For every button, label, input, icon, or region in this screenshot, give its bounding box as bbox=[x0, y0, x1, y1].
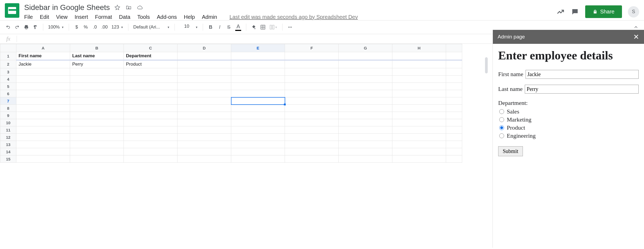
cell-B12[interactable] bbox=[70, 134, 124, 141]
column-header-H[interactable]: H bbox=[392, 44, 446, 52]
cell-A3[interactable] bbox=[16, 68, 70, 76]
trend-icon[interactable] bbox=[556, 8, 565, 16]
cell-H14[interactable] bbox=[392, 148, 446, 155]
cell-H8[interactable] bbox=[392, 105, 446, 112]
cell-D2[interactable] bbox=[178, 60, 231, 68]
font-size-select[interactable]: 10▼ bbox=[178, 22, 200, 32]
cell-E2[interactable] bbox=[231, 60, 285, 68]
row-header-13[interactable]: 13 bbox=[0, 141, 16, 148]
cell-A9[interactable] bbox=[16, 112, 70, 119]
cell-G13[interactable] bbox=[339, 141, 392, 148]
cell-C9[interactable] bbox=[124, 112, 178, 119]
cell-A11[interactable] bbox=[16, 126, 70, 134]
cell-G3[interactable] bbox=[339, 68, 392, 76]
redo-button[interactable] bbox=[13, 22, 21, 32]
document-title[interactable]: Sidebar in Google Sheets bbox=[24, 3, 110, 12]
cell-D15[interactable] bbox=[178, 155, 231, 163]
cell-H15[interactable] bbox=[392, 155, 446, 163]
cell-B4[interactable] bbox=[70, 76, 124, 83]
cell-E7[interactable] bbox=[231, 97, 285, 105]
percent-button[interactable]: % bbox=[81, 22, 90, 32]
cell-C4[interactable] bbox=[124, 76, 178, 83]
cell-B2[interactable]: Perry bbox=[70, 60, 124, 68]
cell-H9[interactable] bbox=[392, 112, 446, 119]
cell-H11[interactable] bbox=[392, 126, 446, 134]
cell-H3[interactable] bbox=[392, 68, 446, 76]
cell-F1[interactable] bbox=[285, 52, 339, 60]
department-radio-product[interactable] bbox=[499, 125, 504, 130]
cell-D10[interactable] bbox=[178, 119, 231, 126]
cell-C12[interactable] bbox=[124, 134, 178, 141]
department-radio-sales[interactable] bbox=[499, 109, 504, 114]
cell-A10[interactable] bbox=[16, 119, 70, 126]
row-header-5[interactable]: 5 bbox=[0, 83, 16, 90]
cell-B1[interactable]: Last name bbox=[70, 52, 124, 60]
cell-G10[interactable] bbox=[339, 119, 392, 126]
cell-B9[interactable] bbox=[70, 112, 124, 119]
cell-E15[interactable] bbox=[231, 155, 285, 163]
cell-C15[interactable] bbox=[124, 155, 178, 163]
cell-E12[interactable] bbox=[231, 134, 285, 141]
menu-addons[interactable]: Add-ons bbox=[157, 14, 177, 20]
cell-E3[interactable] bbox=[231, 68, 285, 76]
merge-cells-button[interactable]: ▼ bbox=[268, 22, 279, 32]
row-header-14[interactable]: 14 bbox=[0, 148, 16, 155]
menu-file[interactable]: File bbox=[24, 14, 33, 20]
cell-C10[interactable] bbox=[124, 119, 178, 126]
row-header-12[interactable]: 12 bbox=[0, 134, 16, 141]
print-button[interactable] bbox=[22, 22, 31, 32]
cell-A4[interactable] bbox=[16, 76, 70, 83]
cell-G12[interactable] bbox=[339, 134, 392, 141]
sidebar-close-button[interactable]: ✕ bbox=[633, 33, 639, 41]
cell-G9[interactable] bbox=[339, 112, 392, 119]
cell-E9[interactable] bbox=[231, 112, 285, 119]
cell-G6[interactable] bbox=[339, 90, 392, 97]
cell-C14[interactable] bbox=[124, 148, 178, 155]
cell-H12[interactable] bbox=[392, 134, 446, 141]
cell-C8[interactable] bbox=[124, 105, 178, 112]
department-option-marketing[interactable]: Marketing bbox=[499, 116, 639, 123]
cell-A7[interactable] bbox=[16, 97, 70, 105]
department-option-product[interactable]: Product bbox=[499, 124, 639, 131]
cell-F13[interactable] bbox=[285, 141, 339, 148]
cell-D11[interactable] bbox=[178, 126, 231, 134]
cell-E6[interactable] bbox=[231, 90, 285, 97]
cell-F11[interactable] bbox=[285, 126, 339, 134]
row-header-8[interactable]: 8 bbox=[0, 105, 16, 112]
paint-format-button[interactable] bbox=[31, 22, 40, 32]
row-header-10[interactable]: 10 bbox=[0, 119, 16, 126]
cell-G11[interactable] bbox=[339, 126, 392, 134]
row-header-4[interactable]: 4 bbox=[0, 76, 16, 83]
cell-F15[interactable] bbox=[285, 155, 339, 163]
comments-icon[interactable] bbox=[571, 8, 579, 16]
cell-C7[interactable] bbox=[124, 97, 178, 105]
column-header-A[interactable]: A bbox=[16, 44, 70, 52]
more-tools-button[interactable] bbox=[286, 22, 294, 32]
cell-A1[interactable]: First name bbox=[16, 52, 70, 60]
cell-B3[interactable] bbox=[70, 68, 124, 76]
cell-H4[interactable] bbox=[392, 76, 446, 83]
cell-D5[interactable] bbox=[178, 83, 231, 90]
cell-C2[interactable]: Product bbox=[124, 60, 178, 68]
cell-F3[interactable] bbox=[285, 68, 339, 76]
cell-C13[interactable] bbox=[124, 141, 178, 148]
cell-H6[interactable] bbox=[392, 90, 446, 97]
row-header-2[interactable]: 2 bbox=[0, 60, 16, 68]
spreadsheet-grid[interactable]: ABCDEFGH1First nameLast nameDepartment2J… bbox=[0, 44, 462, 163]
cell-A12[interactable] bbox=[16, 134, 70, 141]
cell-A5[interactable] bbox=[16, 83, 70, 90]
column-header-G[interactable]: G bbox=[339, 44, 392, 52]
last-name-input[interactable] bbox=[525, 85, 639, 94]
cell-B8[interactable] bbox=[70, 105, 124, 112]
cell-H5[interactable] bbox=[392, 83, 446, 90]
cell-H1[interactable] bbox=[392, 52, 446, 60]
cell-G15[interactable] bbox=[339, 155, 392, 163]
cell-C3[interactable] bbox=[124, 68, 178, 76]
cell-E4[interactable] bbox=[231, 76, 285, 83]
cell-E5[interactable] bbox=[231, 83, 285, 90]
cell-G1[interactable] bbox=[339, 52, 392, 60]
column-header-D[interactable]: D bbox=[178, 44, 231, 52]
menu-edit[interactable]: Edit bbox=[40, 14, 49, 20]
menu-data[interactable]: Data bbox=[119, 14, 130, 20]
bold-button[interactable]: B bbox=[206, 22, 215, 32]
